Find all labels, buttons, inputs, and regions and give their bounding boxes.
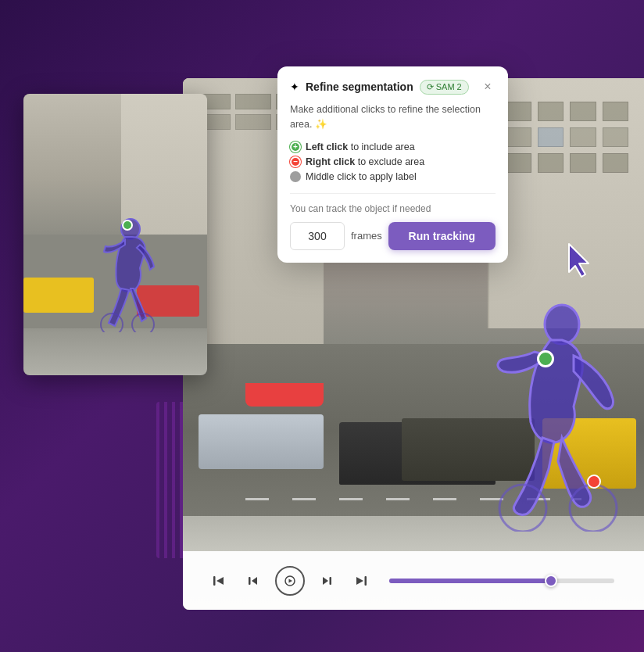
thumbnail-video bbox=[23, 94, 207, 375]
svg-rect-7 bbox=[365, 576, 367, 586]
dialog-divider bbox=[290, 193, 496, 194]
dialog-close-button[interactable]: × bbox=[480, 79, 496, 95]
include-point-thumb bbox=[122, 220, 133, 231]
frames-unit-label: frames bbox=[351, 230, 382, 242]
sam-icon: ⟳ bbox=[427, 82, 434, 92]
dialog-title: Refine segmentation bbox=[306, 81, 413, 93]
run-tracking-button[interactable]: Run tracking bbox=[388, 222, 496, 250]
progress-thumb[interactable] bbox=[545, 575, 557, 587]
cyclist-silhouette-thumb bbox=[98, 215, 156, 332]
click-options-list: + Left click to include area – Right cli… bbox=[290, 142, 496, 182]
car-1 bbox=[199, 414, 324, 469]
svg-point-0 bbox=[545, 305, 579, 344]
svg-rect-3 bbox=[213, 576, 216, 586]
svg-point-2 bbox=[570, 485, 617, 532]
skip-to-end-button[interactable] bbox=[349, 568, 374, 593]
video-controls-bar bbox=[183, 551, 644, 610]
next-frame-button[interactable] bbox=[314, 568, 339, 593]
track-label: You can track the object if needed bbox=[290, 203, 496, 214]
cyclist-silhouette-main bbox=[480, 297, 621, 532]
svg-rect-4 bbox=[249, 577, 251, 585]
right-click-option: – Right click to exclude area bbox=[290, 156, 496, 167]
thumb-car-1 bbox=[23, 278, 94, 313]
sam-badge: ⟳ SAM 2 bbox=[420, 80, 469, 95]
cursor-pointer bbox=[563, 241, 594, 278]
exclude-point-main bbox=[587, 475, 601, 489]
exclude-dot-icon: – bbox=[290, 156, 301, 167]
refine-segmentation-dialog: ✦ Refine segmentation ⟳ SAM 2 × Make add… bbox=[277, 66, 508, 263]
track-controls: frames Run tracking bbox=[290, 222, 496, 250]
progress-bar[interactable] bbox=[389, 579, 614, 583]
svg-rect-6 bbox=[330, 577, 332, 585]
sparkle-icon: ✨ bbox=[315, 119, 327, 130]
sam-badge-label: SAM 2 bbox=[436, 82, 462, 91]
dialog-title-row: ✦ Refine segmentation ⟳ SAM 2 bbox=[290, 80, 469, 95]
left-click-option: + Left click to include area bbox=[290, 142, 496, 152]
magic-wand-icon: ✦ bbox=[290, 81, 299, 93]
prev-frame-button[interactable] bbox=[241, 568, 266, 593]
skip-to-start-button[interactable] bbox=[206, 568, 231, 593]
play-button[interactable] bbox=[275, 566, 305, 596]
dialog-description: Make additional clicks to refine the sel… bbox=[290, 102, 496, 132]
middle-click-option: Middle click to apply label bbox=[290, 171, 496, 182]
progress-fill bbox=[389, 579, 551, 583]
include-dot-icon: + bbox=[290, 142, 301, 152]
dialog-header: ✦ Refine segmentation ⟳ SAM 2 × bbox=[290, 79, 496, 95]
storefront-awning bbox=[245, 383, 324, 407]
include-point-main bbox=[537, 350, 554, 367]
building-right bbox=[488, 78, 644, 328]
frames-input[interactable] bbox=[290, 222, 345, 250]
apply-label-dot-icon bbox=[290, 171, 301, 182]
thumb-scene bbox=[23, 94, 207, 375]
